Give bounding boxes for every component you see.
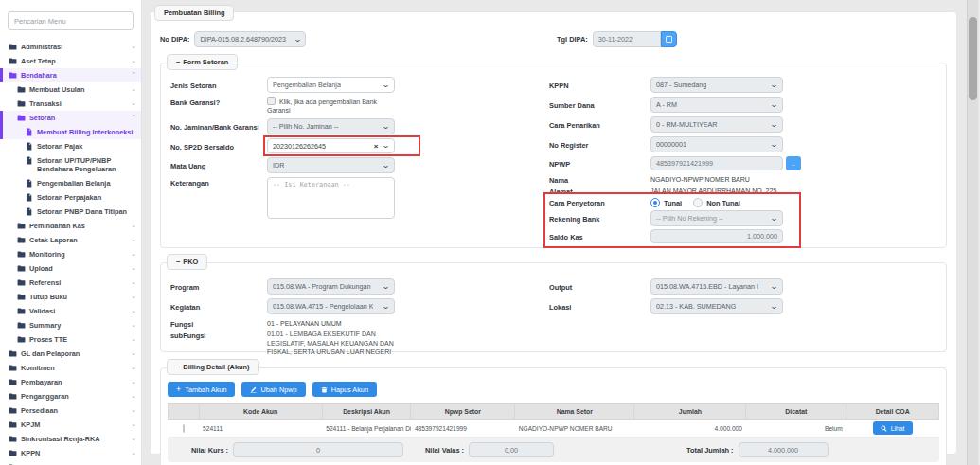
sidebar-item-administrasi[interactable]: Administrasi⌄ <box>0 40 141 54</box>
sidebar-item-pembayaran[interactable]: Pembayaran⌄ <box>0 375 141 389</box>
chevron-down-icon: ⌄ <box>131 43 136 50</box>
sidebar-item-setoran-pnbp-dana-titipan[interactable]: Setoran PNBP Dana Titipan <box>0 205 141 219</box>
akun-table: Kode Akun Deskripsi Akun Npwp Setor Nama… <box>168 403 939 438</box>
npwp-input[interactable]: 485397921421999 <box>650 156 783 170</box>
sp2d-bersaldo-combobox[interactable]: 20230126262645 ×⌄ <box>267 138 395 153</box>
folder-icon <box>17 307 26 315</box>
subfungsi-value: 01.01 - LEMBAGA EKSEKUTIF DAN LEGISLATIF… <box>267 330 409 357</box>
sidebar-item-komitmen[interactable]: Komitmen⌄ <box>0 361 141 375</box>
tambah-akun-button[interactable]: +Tambah Akun <box>168 382 235 397</box>
ubah-npwp-button[interactable]: Ubah Npwp <box>241 382 305 397</box>
sidebar-item-bendahara[interactable]: Bendahara⌃ <box>0 68 141 82</box>
lokasi-select[interactable]: 02.13 - KAB. SUMEDANG⌄ <box>650 298 783 314</box>
non-tunai-radio[interactable] <box>693 198 703 207</box>
calendar-button[interactable] <box>661 31 677 47</box>
folder-icon <box>9 449 17 457</box>
folder-icon <box>17 250 26 259</box>
sidebar-item-referensi[interactable]: Referensi⌄ <box>0 276 141 290</box>
sidebar-item-penganggaran[interactable]: Penganggaran⌄ <box>0 389 141 403</box>
sumber-dana-select[interactable]: A - RM⌄ <box>650 97 783 113</box>
mata-uang-select[interactable]: IDR⌄ <box>267 157 395 173</box>
total-jumlah-input[interactable]: 4.000.000 <box>739 442 829 457</box>
table-header-row: Kode Akun Deskripsi Akun Npwp Setor Nama… <box>169 404 939 420</box>
sidebar-item-pemindahan-kas[interactable]: Pemindahan Kas⌄ <box>0 219 141 233</box>
sidebar-item-tutup-buku[interactable]: Tutup Buku⌄ <box>0 290 141 304</box>
sidebar-item-pengembalian-belanja[interactable]: Pengembalian Belanja <box>0 176 141 190</box>
folder-icon <box>17 114 26 122</box>
chevron-down-icon: ⌄ <box>293 37 301 43</box>
sidebar-item-upload[interactable]: Upload⌄ <box>0 261 141 276</box>
page-scrollbar[interactable] <box>967 0 978 465</box>
hapus-akun-button[interactable]: Hapus Akun <box>312 382 377 397</box>
npwp-lookup-button[interactable]: .. <box>786 156 801 170</box>
sidebar-item-setoran-pajak[interactable]: Setoran Pajak <box>0 139 141 153</box>
row-checkbox[interactable] <box>183 424 185 433</box>
npwp-setor-cell: 485397921421999 <box>411 420 515 438</box>
table-footer: Nilai Kurs : 0 Nilai Valas : 0,00 Total … <box>168 438 939 462</box>
chevron-down-icon: ⌄ <box>131 278 136 286</box>
sidebar-item-persediaan[interactable]: Persediaan⌄ <box>0 403 141 418</box>
sidebar-item-validasi[interactable]: Validasi⌄ <box>0 304 141 318</box>
folder-icon <box>17 278 26 287</box>
sidebar-item-report[interactable]: Report⌄ <box>0 460 141 465</box>
sidebar-item-kppn[interactable]: KPPN⌄ <box>0 446 141 460</box>
tunai-radio[interactable] <box>650 198 660 207</box>
sidebar-item-transaksi[interactable]: Transaksi⌄ <box>0 97 141 111</box>
program-select[interactable]: 015.08.WA - Program Dukungan⌄ <box>267 278 395 295</box>
output-select[interactable]: 015.08.WA.4715.EBD - Layanan I⌄ <box>650 278 783 295</box>
no-jaminan-select[interactable]: -- Pilih No. Jaminan --⌄ <box>267 118 395 134</box>
sidebar-item-sinkronisasi-renja-rka[interactable]: Sinkronisasi Renja-RKA⌄ <box>0 432 141 446</box>
pko-section: −PKO Program 015.08.WA - Program Dukunga… <box>160 262 947 352</box>
pko-legend[interactable]: −PKO <box>167 254 207 270</box>
tgl-dipa-input[interactable]: 30-11-2022 <box>593 31 661 47</box>
trash-icon <box>321 386 328 393</box>
sidebar-item-gl-dan-pelaporan[interactable]: GL dan Pelaporan⌄ <box>0 347 141 361</box>
sidebar-item-cetak-laporan[interactable]: Cetak Laporan⌄ <box>0 233 141 247</box>
menu-search-input[interactable] <box>8 11 134 30</box>
chevron-down-icon: ⌄ <box>131 321 136 329</box>
bank-garansi-checkbox[interactable] <box>267 97 276 105</box>
folder-icon <box>17 85 26 94</box>
sidebar-item-aset-tetap[interactable]: Aset Tetap⌄ <box>0 54 141 68</box>
billing-detail-section: −Billing Detail (Akun) +Tambah Akun Ubah… <box>160 367 947 465</box>
chevron-down-icon: ⌄ <box>131 435 136 442</box>
keterangan-textarea[interactable] <box>267 177 395 219</box>
form-setoran-legend[interactable]: −Form Setoran <box>167 54 238 70</box>
chevron-down-icon: ⌄ <box>131 85 136 93</box>
pembuatan-billing-panel: Pembuatan Billing No DIPA: DIPA-015.08.2… <box>150 11 957 455</box>
rekening-bank-select[interactable]: -- Pilih No Rekening --⌄ <box>650 210 783 226</box>
sidebar-item-setoran[interactable]: Setoran⌃ <box>0 111 141 125</box>
jenis-setoran-select[interactable]: Pengembalian Belanja⌄ <box>267 77 395 93</box>
sidebar-item-membuat-billing-interkoneksi[interactable]: Membuat Billing Interkoneksi <box>0 125 141 139</box>
chevron-up-icon: ⌃ <box>131 114 136 121</box>
sidebar-item-summary[interactable]: Summary⌄ <box>0 318 141 332</box>
jumlah-cell: 4.000.000 <box>634 420 746 438</box>
saldo-kas-input[interactable]: 1.000.000 <box>650 229 783 243</box>
billing-detail-legend[interactable]: −Billing Detail (Akun) <box>167 359 259 375</box>
sidebar-item-membuat-usulan[interactable]: Membuat Usulan⌄ <box>0 82 141 97</box>
cara-penarikan-select[interactable]: 0 - RM-MULTIYEAR⌄ <box>650 116 783 133</box>
file-icon <box>25 207 33 216</box>
sidebar-item-setoran-up-tup-pnbp[interactable]: Setoran UP/TUP/PNBP Bendahara Pengeluara… <box>0 153 141 176</box>
sidebar-item-setoran-perpajakan[interactable]: Setoran Perpajakan <box>0 190 141 205</box>
chevron-down-icon: ⌄ <box>770 82 778 88</box>
folder-icon <box>9 71 17 80</box>
sidebar-item-kpjm[interactable]: KPJM⌄ <box>0 418 141 432</box>
scrollbar-thumb[interactable] <box>969 17 977 100</box>
no-dipa-select[interactable]: DIPA-015.08.2.648790/2023⌄ <box>194 31 306 47</box>
no-register-select[interactable]: 00000001⌄ <box>650 136 783 152</box>
kppn-select[interactable]: 087 - Sumedang⌄ <box>650 77 783 93</box>
sidebar-item-proses-tte[interactable]: Proses TTE⌄ <box>0 332 141 347</box>
chevron-down-icon: ⌄ <box>131 250 136 258</box>
chevron-down-icon: ⌄ <box>131 364 136 371</box>
file-icon <box>25 142 33 151</box>
nilai-kurs-input[interactable]: 0 <box>233 442 403 457</box>
folder-icon <box>17 335 26 344</box>
sidebar-item-monitoring[interactable]: Monitoring⌄ <box>0 247 141 261</box>
clear-icon[interactable]: × <box>374 143 379 150</box>
chevron-down-icon: ⌄ <box>131 57 136 64</box>
folder-icon <box>9 349 17 358</box>
lihat-coa-button[interactable]: Lihat <box>873 421 913 435</box>
nilai-valas-input[interactable]: 0,00 <box>469 442 554 457</box>
kegiatan-select[interactable]: 015.08.WA.4715 - Pengelolaan K⌄ <box>267 298 395 314</box>
